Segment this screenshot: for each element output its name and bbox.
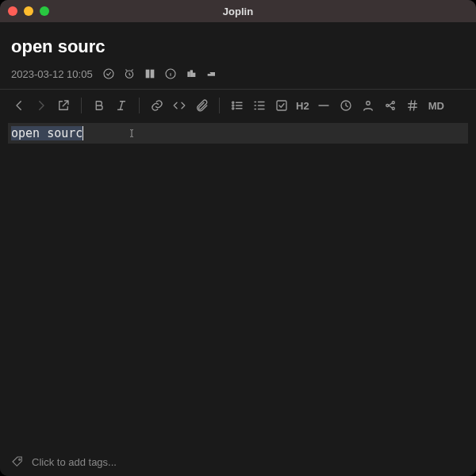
- code-button[interactable]: [171, 98, 187, 113]
- meta-icons: [102, 67, 218, 80]
- maximize-window-button[interactable]: [40, 6, 49, 16]
- app-window: Joplin open sourc 2023-03-12 10:05: [0, 0, 476, 476]
- ibeam-cursor-icon: [127, 126, 136, 140]
- note-title[interactable]: open sourc: [0, 22, 476, 65]
- minimize-window-button[interactable]: [24, 6, 33, 16]
- window-controls: [8, 6, 49, 16]
- back-button[interactable]: [11, 98, 27, 113]
- editor-pane: open sourc 2023-03-12 10:05: [0, 22, 476, 476]
- note-meta-row: 2023-03-12 10:05: [0, 65, 476, 89]
- svg-rect-2: [145, 70, 149, 79]
- svg-rect-7: [193, 73, 195, 77]
- user-button[interactable]: [360, 98, 376, 113]
- separator: [139, 98, 140, 113]
- hr-button[interactable]: [316, 98, 332, 113]
- checkbox-button[interactable]: [274, 98, 290, 113]
- external-link-button[interactable]: [56, 98, 71, 113]
- editor-toolbar: H2 MD: [0, 93, 476, 118]
- hash-button[interactable]: [405, 98, 420, 113]
- notebook-icon[interactable]: [185, 67, 198, 80]
- tag-icon: [11, 455, 24, 468]
- editor-body[interactable]: [0, 148, 476, 447]
- attach-button[interactable]: [194, 98, 209, 113]
- svg-rect-5: [187, 71, 190, 77]
- svg-point-17: [19, 459, 21, 460]
- close-window-button[interactable]: [8, 6, 17, 16]
- text-cursor: [83, 126, 83, 140]
- toggle-editor-button[interactable]: MD: [428, 100, 444, 112]
- editor-line-1[interactable]: open sourc: [8, 123, 468, 144]
- svg-point-0: [104, 69, 113, 79]
- svg-point-13: [366, 102, 370, 106]
- plugin-button[interactable]: [382, 98, 398, 113]
- svg-rect-3: [150, 70, 154, 79]
- tag-bar[interactable]: Click to add tags...: [0, 447, 476, 476]
- editor-area[interactable]: open sourc: [0, 118, 476, 148]
- heading-button[interactable]: H2: [296, 100, 309, 112]
- svg-rect-6: [190, 70, 192, 77]
- titlebar[interactable]: Joplin: [0, 0, 476, 22]
- layout-toggle-icon[interactable]: [144, 67, 156, 80]
- italic-button[interactable]: [113, 98, 129, 113]
- separator: [81, 98, 82, 113]
- time-button[interactable]: [338, 98, 354, 113]
- info-icon[interactable]: [164, 67, 177, 80]
- todo-check-icon[interactable]: [102, 67, 115, 80]
- numbered-list-button[interactable]: [251, 98, 267, 113]
- bullet-list-button[interactable]: [229, 98, 245, 113]
- svg-point-10: [232, 108, 234, 109]
- svg-point-9: [232, 105, 234, 106]
- window-title: Joplin: [0, 6, 476, 17]
- forward-button[interactable]: [33, 98, 49, 113]
- alarm-icon[interactable]: [123, 67, 136, 80]
- separator: [219, 98, 220, 113]
- note-timestamp[interactable]: 2023-03-12 10:05: [11, 68, 93, 80]
- svg-rect-11: [277, 101, 286, 110]
- tag-placeholder: Click to add tags...: [32, 456, 117, 468]
- bold-button[interactable]: [91, 98, 107, 113]
- divider: [0, 89, 476, 90]
- share-icon[interactable]: [205, 67, 218, 80]
- editor-text: open sourc: [11, 126, 83, 140]
- link-button[interactable]: [149, 98, 165, 113]
- svg-point-8: [232, 102, 234, 103]
